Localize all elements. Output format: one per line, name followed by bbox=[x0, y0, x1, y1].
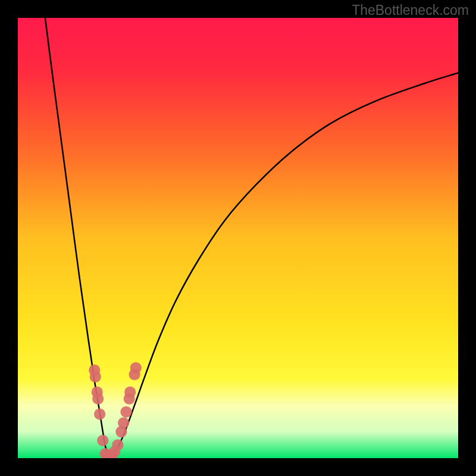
scatter-point bbox=[94, 408, 105, 419]
scatter-point bbox=[92, 393, 104, 404]
scatter-point bbox=[120, 406, 131, 418]
plot-area bbox=[18, 18, 458, 458]
plot-svg bbox=[18, 18, 458, 458]
scatter-point bbox=[112, 439, 123, 450]
scatter-point bbox=[97, 435, 108, 446]
watermark-text: TheBottleneck.com bbox=[352, 2, 469, 18]
scatter-point bbox=[118, 417, 129, 428]
scatter-point bbox=[124, 386, 136, 397]
scatter-point bbox=[90, 371, 101, 382]
chart-frame: TheBottleneck.com bbox=[0, 0, 476, 476]
gradient-background bbox=[18, 18, 458, 458]
scatter-point bbox=[130, 362, 142, 374]
